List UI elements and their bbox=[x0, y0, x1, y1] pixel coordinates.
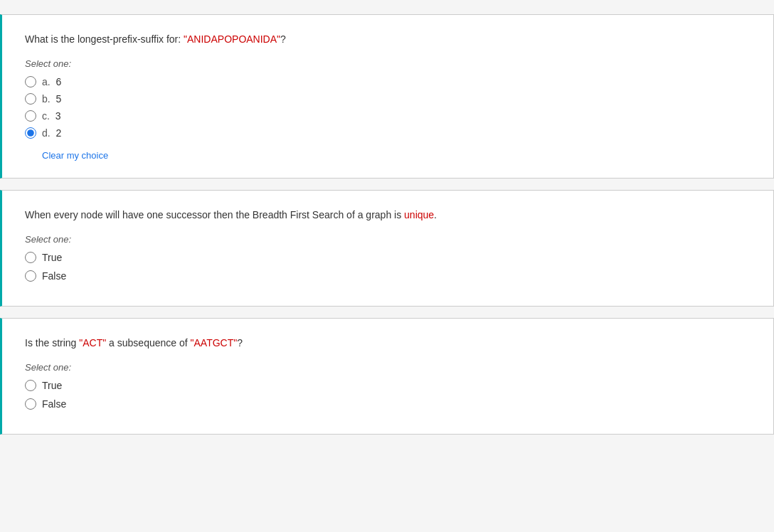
options-list-2: True False bbox=[25, 252, 751, 282]
radio-q1d[interactable] bbox=[25, 127, 36, 139]
question-text-after-2: . bbox=[434, 209, 437, 220]
radio-q3-false[interactable] bbox=[25, 398, 36, 410]
options-list-1: a. 6 b. 5 c. 3 d. bbox=[25, 76, 751, 139]
question-text-after-3: ? bbox=[237, 337, 243, 349]
option-item-3-false: False bbox=[25, 398, 751, 410]
question-highlight-2: unique bbox=[404, 209, 434, 220]
radio-q1c[interactable] bbox=[25, 110, 36, 122]
question-text-2: When every node will have one successor … bbox=[25, 208, 751, 223]
question-text-after-1: ? bbox=[280, 33, 286, 45]
option-item-3-true: True bbox=[25, 380, 751, 391]
question-card-2: When every node will have one successor … bbox=[0, 190, 774, 307]
radio-q1b[interactable] bbox=[25, 93, 36, 105]
option-label-2-true[interactable]: True bbox=[42, 252, 62, 263]
clear-my-choice-link-1[interactable]: Clear my choice bbox=[42, 150, 108, 161]
radio-q3-true[interactable] bbox=[25, 380, 36, 391]
select-one-label-2: Select one: bbox=[25, 234, 751, 245]
select-one-label-3: Select one: bbox=[25, 362, 751, 373]
option-label-3-true[interactable]: True bbox=[42, 380, 62, 391]
option-label-3-false[interactable]: False bbox=[42, 398, 66, 410]
question-text-before-1: What is the longest-prefix-suffix for: bbox=[25, 33, 184, 45]
question-highlight-3a: "ACT" bbox=[79, 337, 106, 349]
question-card-1: What is the longest-prefix-suffix for: "… bbox=[0, 14, 774, 179]
select-one-label-1: Select one: bbox=[25, 58, 751, 69]
option-label-2-false[interactable]: False bbox=[42, 270, 66, 282]
option-label-1d[interactable]: d. 2 bbox=[42, 127, 61, 139]
question-text-3: Is the string "ACT" a subsequence of "AA… bbox=[25, 336, 751, 351]
question-text-middle-3: a subsequence of bbox=[106, 337, 190, 349]
option-item-1d: d. 2 bbox=[25, 127, 751, 139]
radio-q2-false[interactable] bbox=[25, 270, 36, 282]
question-text-before-3: Is the string bbox=[25, 337, 79, 349]
option-label-1c[interactable]: c. 3 bbox=[42, 110, 61, 122]
question-highlight-3b: "AATGCT" bbox=[191, 337, 238, 349]
option-label-1a[interactable]: a. 6 bbox=[42, 76, 61, 87]
option-item-1b: b. 5 bbox=[25, 93, 751, 105]
option-label-1b[interactable]: b. 5 bbox=[42, 93, 61, 105]
radio-q2-true[interactable] bbox=[25, 252, 36, 263]
page-container: What is the longest-prefix-suffix for: "… bbox=[0, 0, 774, 532]
question-text-before-2: When every node will have one successor … bbox=[25, 209, 404, 220]
radio-q1a[interactable] bbox=[25, 76, 36, 87]
options-list-3: True False bbox=[25, 380, 751, 410]
option-item-1c: c. 3 bbox=[25, 110, 751, 122]
question-card-3: Is the string "ACT" a subsequence of "AA… bbox=[0, 318, 774, 435]
question-highlight-1: "ANIDAPOPOANIDA" bbox=[184, 33, 280, 45]
option-item-2-true: True bbox=[25, 252, 751, 263]
option-item-2-false: False bbox=[25, 270, 751, 282]
option-item-1a: a. 6 bbox=[25, 76, 751, 87]
question-text-1: What is the longest-prefix-suffix for: "… bbox=[25, 32, 751, 47]
